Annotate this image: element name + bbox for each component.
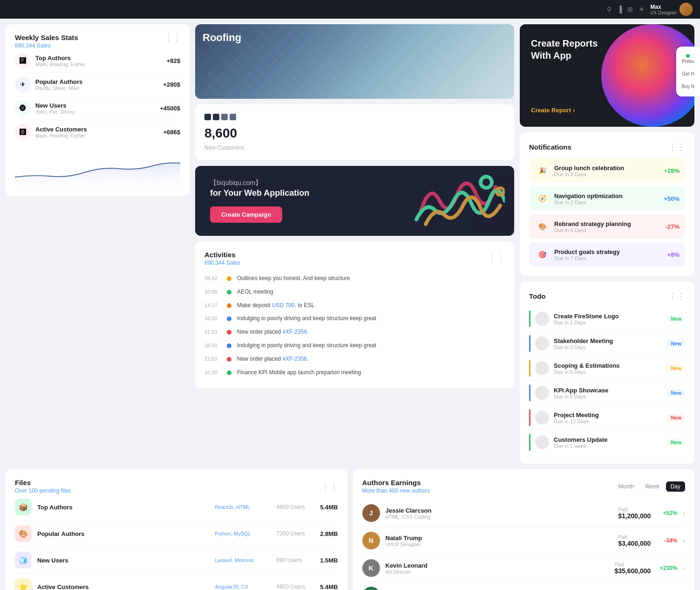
author-amount: $1,200,000 [618, 512, 651, 520]
sales-chart [15, 149, 180, 186]
stat-icon-3: 🅱 [15, 124, 31, 140]
avatar[interactable] [680, 3, 693, 16]
bottom-row: Files Over 100 pending files ⋮⋮ 📦 Top Au… [0, 469, 700, 590]
stat-info-3: Active Customers Mark, Rowling, Esther [35, 126, 158, 138]
file-size: 5.4MB [315, 583, 338, 590]
todo-card: Todo ⋮⋮ Create FireStone Logo Due in 2 D… [520, 281, 694, 464]
activity-dot [227, 343, 231, 348]
bar-chart-icon[interactable]: ▐ [617, 6, 622, 13]
todo-menu-icon[interactable]: ⋮⋮ [668, 291, 685, 301]
todo-item: KPI App Showcase Due in 2 Days New [529, 381, 685, 405]
todo-item: Scoping & Estimations Due in 5 Days New [529, 356, 685, 381]
file-size: 1.5MB [315, 557, 338, 564]
file-name: Top Authors [37, 504, 210, 511]
stats-menu-icon[interactable]: ⋮⋮ [164, 33, 181, 43]
campaign-text: 【biqubiqu.com】 for Your Web Application … [210, 179, 309, 223]
activities-subtitle: 890,344 Sales [204, 260, 240, 266]
sun-icon[interactable]: ☀ [639, 6, 645, 13]
stat-icon-0: 🅿 [15, 53, 31, 69]
file-icon: ⭐ [15, 578, 32, 590]
todo-title: Create FireStone Logo [554, 313, 662, 320]
todo-badge: New [667, 315, 685, 322]
mini-sq-dark2 [213, 114, 219, 120]
activity-item: 10:00 AEOL meeting [204, 285, 505, 299]
stats-subtitle: 890,344 Sales [15, 42, 180, 49]
sidebar-mini-prebu[interactable]: Prebu [680, 52, 696, 66]
authors-list: J Jessie Clarcson HTML, CSS Coding Paid … [362, 500, 686, 590]
notif-due: Due in 7 Days [554, 255, 663, 261]
activity-dot [227, 276, 231, 281]
file-row: 🎨 Popular Authors Python, MySQL 7200 Use… [15, 521, 338, 547]
search-icon[interactable]: ⚲ [607, 6, 612, 13]
file-size: 5.4MB [315, 504, 338, 511]
notif-icon: 🧭 [535, 191, 550, 206]
file-row: 📦 Top Authors ReactJs, HTML 4600 Users 5… [15, 494, 338, 521]
stat-item: 🅥 New Users John, Pat, Jimmy +4500$ [15, 96, 180, 120]
notif-due: Due in 2 Days [554, 172, 659, 177]
todo-due: Due in 2 Days [554, 394, 662, 399]
file-row: 🧊 New Users Laravel, Metronic 890 Users … [15, 547, 338, 574]
activity-text: Finance KPI Mobile app launch preparion … [237, 369, 361, 377]
notif-info: Rebrand strategy planning Due in 5 Days [554, 220, 661, 233]
author-info: Natali Trump UI/UX Designer [386, 535, 613, 547]
mini-sq-mid [221, 114, 228, 120]
files-list: 📦 Top Authors ReactJs, HTML 4600 Users 5… [15, 494, 338, 590]
todo-avatar [535, 336, 549, 350]
file-size: 2.8MB [315, 530, 338, 537]
file-tags: Python, MySQL [215, 531, 271, 536]
sidebar-mini-buyn[interactable]: Buy N [680, 82, 696, 91]
todo-due: Due in 3 Days [554, 344, 662, 350]
author-paid-section: Paid $35,600,000 [614, 562, 651, 575]
todo-title: Scoping & Estimations [554, 362, 662, 369]
author-name: Natali Trump [386, 535, 613, 542]
todo-title: Project Meeting [554, 412, 662, 418]
activities-menu-icon[interactable]: ⋮⋮ [488, 254, 505, 264]
notifications-card: Notifications ⋮⋮ 🎉 Group lunch celebrati… [520, 132, 694, 276]
grid-icon[interactable]: ⊞ [627, 6, 633, 13]
author-chevron-icon[interactable]: › [683, 564, 685, 572]
todo-info: Scoping & Estimations Due in 5 Days [554, 362, 662, 375]
todo-avatar [535, 386, 549, 400]
stats-title: Weekly Sales Stats [15, 34, 180, 41]
activity-text: Make deposit USD 700. to ESL [237, 302, 314, 309]
create-report-link[interactable]: Create Report › [531, 107, 575, 114]
author-amount: $35,600,000 [614, 567, 651, 575]
author-avatar: K [362, 559, 380, 577]
todo-stripe [529, 310, 530, 327]
notif-value: +28% [664, 167, 680, 174]
activity-time: 16:50 [204, 343, 221, 348]
notification-item: 🎉 Group lunch celebration Due in 2 Days … [529, 158, 685, 183]
activity-link[interactable]: #XF-2356. [282, 356, 308, 362]
notifications-menu-icon[interactable]: ⋮⋮ [668, 142, 685, 152]
tab-month[interactable]: Month [614, 481, 639, 492]
todo-title: Stakeholder Meeting [554, 337, 662, 344]
todo-badge: New [667, 364, 685, 372]
activity-time: 10:30 [204, 370, 221, 375]
author-chevron-icon[interactable]: › [683, 509, 685, 517]
todo-title: Customers Update [554, 436, 662, 443]
activity-time: 10:00 [204, 289, 221, 295]
author-chevron-icon[interactable]: › [683, 537, 685, 544]
author-row: K Kevin Leonard Art Director Paid $35,60… [362, 555, 686, 582]
notification-item: 🎯 Product goals strategy Due in 7 Days +… [529, 242, 685, 267]
campaign-decoration [412, 166, 505, 236]
notif-value: +8% [667, 251, 680, 258]
todo-info: Stakeholder Meeting Due in 3 Days [554, 337, 662, 350]
files-menu-icon[interactable]: ⋮⋮ [321, 481, 338, 492]
notification-item: 🎨 Rebrand strategy planning Due in 5 Day… [529, 214, 685, 239]
activity-dot [227, 303, 231, 308]
activity-text: New order placed #XF-2356. [237, 328, 308, 336]
activity-link[interactable]: #XF-2356. [282, 329, 308, 335]
user-role: UX Designer [650, 10, 677, 15]
user-info: Max UX Designer [650, 3, 693, 16]
todo-due: Due in 1 week [554, 443, 662, 449]
tab-day[interactable]: Day [666, 481, 685, 492]
tab-week[interactable]: Week [640, 481, 664, 492]
authors-subtitle: More than 400 new authors [362, 487, 430, 494]
activity-link[interactable]: USD 700. [272, 302, 296, 309]
author-avatar: J [362, 504, 380, 522]
sidebar-mini-geth[interactable]: Get H [680, 69, 696, 78]
file-name: Active Customers [37, 583, 210, 590]
create-campaign-button[interactable]: Create Campaign [210, 206, 282, 223]
todo-item: Create FireStone Logo Due in 2 Days New [529, 307, 685, 331]
